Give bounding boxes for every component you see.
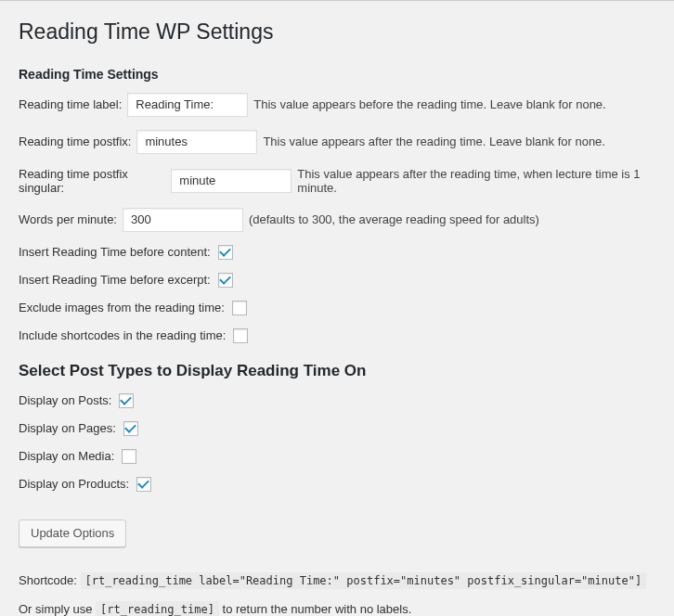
input-reading-time-label[interactable]	[127, 93, 248, 117]
desc-words-per-minute: (defaults to 300, the average reading sp…	[249, 212, 539, 226]
label-words-per-minute: Words per minute:	[19, 212, 117, 226]
row-reading-time-label: Reading time label: This value appears b…	[19, 93, 655, 117]
shortcode-simple-info: Or simply use [rt_reading_time] to retur…	[19, 600, 655, 616]
desc-reading-time-postfix: This value appears after the reading tim…	[263, 135, 605, 148]
label-insert-before-excerpt: Insert Reading Time before excerpt:	[19, 273, 211, 287]
checkbox-include-shortcodes[interactable]	[233, 328, 248, 343]
row-display-media: Display on Media:	[19, 449, 655, 464]
desc-reading-time-label: This value appears before the reading ti…	[253, 97, 605, 111]
row-exclude-images: Exclude images from the reading time:	[19, 301, 655, 315]
label-display-media: Display on Media:	[19, 449, 114, 463]
row-reading-time-postfix: Reading time postfix: This value appears…	[19, 130, 655, 154]
update-options-button[interactable]: Update Options	[19, 520, 126, 547]
checkbox-display-posts[interactable]	[119, 393, 134, 408]
desc-reading-time-postfix-singular: This value appears after the reading tim…	[297, 167, 655, 195]
settings-page: Reading Time WP Settings Reading Time Se…	[0, 1, 674, 616]
checkbox-insert-before-content[interactable]	[218, 245, 233, 260]
checkbox-display-pages[interactable]	[123, 421, 138, 436]
row-insert-before-excerpt: Insert Reading Time before excerpt:	[19, 273, 655, 288]
row-words-per-minute: Words per minute: (defaults to 300, the …	[19, 208, 655, 232]
label-reading-time-label: Reading time label:	[19, 97, 122, 111]
simple-code: [rt_reading_time]	[96, 601, 219, 616]
label-display-pages: Display on Pages:	[19, 421, 116, 435]
label-insert-before-content: Insert Reading Time before content:	[19, 245, 211, 259]
shortcode-code: [rt_reading_time label="Reading Time:" p…	[81, 572, 647, 589]
label-reading-time-postfix: Reading time postfix:	[19, 135, 131, 148]
row-display-posts: Display on Posts:	[19, 393, 655, 408]
label-reading-time-postfix-singular: Reading time postfix singular:	[19, 167, 165, 195]
shortcode-label: Shortcode:	[19, 573, 81, 587]
simple-pre: Or simply use	[19, 602, 96, 616]
checkbox-display-media[interactable]	[122, 449, 136, 464]
input-reading-time-postfix[interactable]	[136, 130, 257, 154]
page-title: Reading Time WP Settings	[19, 10, 655, 50]
checkbox-display-products[interactable]	[136, 477, 151, 492]
row-display-products: Display on Products:	[19, 477, 655, 492]
label-exclude-images: Exclude images from the reading time:	[19, 301, 225, 314]
label-display-products: Display on Products:	[19, 477, 129, 491]
label-display-posts: Display on Posts:	[19, 393, 111, 407]
checkbox-exclude-images[interactable]	[232, 301, 247, 315]
row-include-shortcodes: Include shortcodes in the reading time:	[19, 328, 655, 343]
simple-post: to return the number with no labels.	[223, 602, 412, 616]
input-reading-time-postfix-singular[interactable]	[171, 169, 292, 193]
checkbox-insert-before-excerpt[interactable]	[218, 273, 233, 288]
section-heading: Reading Time Settings	[19, 67, 655, 82]
post-types-heading: Select Post Types to Display Reading Tim…	[19, 362, 655, 380]
label-include-shortcodes: Include shortcodes in the reading time:	[19, 328, 226, 342]
input-words-per-minute[interactable]	[123, 208, 243, 232]
shortcode-info: Shortcode: [rt_reading_time label="Readi…	[19, 571, 655, 590]
row-insert-before-content: Insert Reading Time before content:	[19, 245, 655, 260]
row-reading-time-postfix-singular: Reading time postfix singular: This valu…	[19, 167, 655, 195]
row-display-pages: Display on Pages:	[19, 421, 655, 436]
